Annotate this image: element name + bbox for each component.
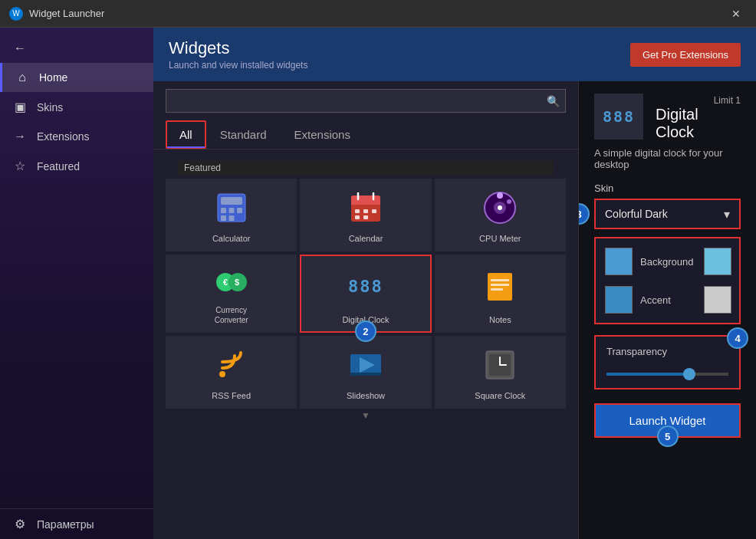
detail-description: A simple digital clock for your desktop — [594, 147, 741, 170]
svg-rect-16 — [355, 215, 360, 219]
swatch-accent-color[interactable] — [605, 286, 633, 314]
main-content: Widgets Launch and view installed widget… — [153, 28, 756, 539]
slideshow-icon — [347, 345, 384, 386]
tab-standard[interactable]: Standard — [206, 120, 281, 149]
callout-2: 2 — [355, 320, 376, 342]
color-swatches-wrapper: Background Border Accent Font Co — [594, 237, 741, 324]
sidebar-label-home: Home — [39, 71, 67, 84]
skin-dropdown[interactable]: Colorful Dark Classic Minimal Dark — [596, 200, 739, 228]
svg-rect-14 — [363, 209, 368, 213]
detail-limit-row: Limit 1 — [656, 94, 741, 106]
sidebar-label-featured: Featured — [37, 160, 80, 173]
swatch-accent: Accent — [605, 286, 693, 314]
swatch-background-color[interactable] — [605, 248, 633, 275]
svg-point-23 — [507, 199, 511, 204]
cpu-meter-label: CPU Meter — [479, 233, 521, 244]
detail-preview: 888 — [594, 94, 643, 140]
transparency-slider[interactable] — [606, 373, 728, 376]
tab-extensions[interactable]: Extensions — [281, 120, 364, 149]
swatch-border-label: Border — [739, 256, 741, 268]
detail-widget-name: Digital Clock — [656, 106, 741, 141]
swatch-background: Background — [605, 248, 693, 275]
detail-limit: Limit 1 — [714, 95, 741, 106]
widget-tile-rss-feed[interactable]: RSS Feed — [166, 336, 297, 409]
search-input[interactable] — [166, 89, 566, 113]
featured-badge: Featured — [178, 160, 554, 176]
widget-tile-square-clock[interactable]: Square Clock — [435, 336, 566, 409]
swatch-font-color-label: Font Color — [739, 288, 741, 311]
widget-tile-slideshow[interactable]: Slideshow — [300, 336, 431, 409]
filter-tabs: All Standard Extensions — [153, 120, 578, 150]
sidebar-item-skins[interactable]: ▣ Skins — [0, 92, 153, 122]
svg-rect-15 — [372, 209, 376, 213]
sidebar-item-home[interactable]: ⌂ Home — [0, 63, 153, 92]
widget-tile-cpu-meter[interactable]: CPU Meter — [435, 179, 566, 251]
svg-point-24 — [498, 205, 502, 210]
detail-title-area: Limit 1 Digital Clock — [656, 94, 741, 141]
notes-label: Notes — [489, 314, 511, 325]
svg-rect-30 — [491, 279, 509, 281]
calendar-icon — [347, 188, 384, 228]
tab-all[interactable]: All — [166, 120, 206, 149]
sidebar-item-featured[interactable]: ☆ Featured — [0, 151, 153, 181]
currency-converter-label: CurrencyConverter — [215, 305, 248, 325]
svg-point-34 — [219, 371, 225, 377]
app-layout: ← ⌂ Home ▣ Skins → Extensions ☆ Featured… — [0, 28, 756, 539]
svg-rect-31 — [491, 284, 509, 286]
header-subtitle: Launch and view installed widgets — [169, 60, 307, 71]
search-icon: 🔍 — [547, 95, 560, 107]
swatch-border-color[interactable] — [704, 248, 731, 275]
transparency-wrapper: Transparency — [594, 335, 741, 389]
sidebar-item-extensions[interactable]: → Extensions — [0, 122, 153, 151]
callout-5: 5 — [657, 426, 679, 447]
content-area: 🔍 All Standard Extensions Featured — [153, 81, 756, 539]
svg-rect-13 — [355, 209, 360, 213]
sidebar-bottom: ⚙ Параметры — [0, 508, 153, 539]
square-clock-icon — [482, 345, 518, 386]
calendar-label: Calendar — [349, 233, 383, 244]
widget-tile-digital-clock[interactable]: 888 Digital Clock 2 — [300, 255, 431, 333]
svg-rect-4 — [228, 208, 234, 213]
svg-rect-6 — [221, 215, 226, 221]
svg-rect-2 — [221, 197, 242, 205]
square-clock-label: Square Clock — [475, 390, 525, 401]
widget-tile-notes[interactable]: Notes — [435, 255, 566, 333]
calculator-label: Calculator — [212, 233, 251, 244]
svg-rect-29 — [488, 273, 512, 301]
header: Widgets Launch and view installed widget… — [153, 28, 756, 81]
widget-tile-calendar[interactable]: Calendar — [300, 179, 431, 251]
svg-rect-3 — [221, 208, 226, 213]
featured-icon: ☆ — [12, 159, 28, 173]
swatch-font-color-color[interactable] — [704, 286, 731, 314]
calculator-icon — [213, 188, 250, 228]
swatch-accent-label: Accent — [640, 294, 671, 306]
rss-feed-label: RSS Feed — [212, 390, 251, 401]
widget-list-inner: Featured Calculator — [166, 160, 566, 409]
sidebar-item-back[interactable]: ← — [0, 34, 153, 63]
svg-text:€: € — [223, 278, 228, 287]
back-icon: ← — [12, 41, 28, 55]
widget-tile-calculator[interactable]: Calculator — [166, 179, 297, 251]
rss-feed-icon — [213, 345, 250, 386]
sidebar-label-skins: Skins — [37, 101, 63, 113]
title-bar: W Widget Launcher ✕ — [0, 0, 756, 28]
sidebar-item-settings[interactable]: ⚙ Параметры — [0, 509, 153, 539]
title-bar-text: Widget Launcher — [29, 8, 719, 19]
sidebar: ← ⌂ Home ▣ Skins → Extensions ☆ Featured… — [0, 28, 153, 539]
transparency-label: Transparency — [606, 346, 728, 357]
cpu-meter-icon — [482, 188, 518, 228]
skin-label: Skin — [594, 182, 741, 194]
swatch-background-label: Background — [640, 256, 693, 268]
search-bar: 🔍 — [166, 89, 566, 113]
skin-dropdown-container: Colorful Dark Classic Minimal Dark ▾ — [596, 200, 739, 228]
extensions-icon: → — [12, 130, 28, 143]
svg-rect-7 — [228, 215, 234, 221]
launch-btn-wrapper: Launch Widget 5 — [594, 403, 741, 438]
close-button[interactable]: ✕ — [725, 3, 747, 25]
svg-rect-17 — [363, 215, 368, 219]
skin-dropdown-wrapper: Colorful Dark Classic Minimal Dark ▾ — [594, 199, 741, 229]
get-pro-button[interactable]: Get Pro Extensions — [630, 43, 741, 67]
header-title: Widgets — [169, 38, 307, 58]
widget-grid-container: Featured Calculator — [153, 153, 578, 539]
widget-tile-currency-converter[interactable]: €$ CurrencyConverter — [166, 255, 297, 333]
